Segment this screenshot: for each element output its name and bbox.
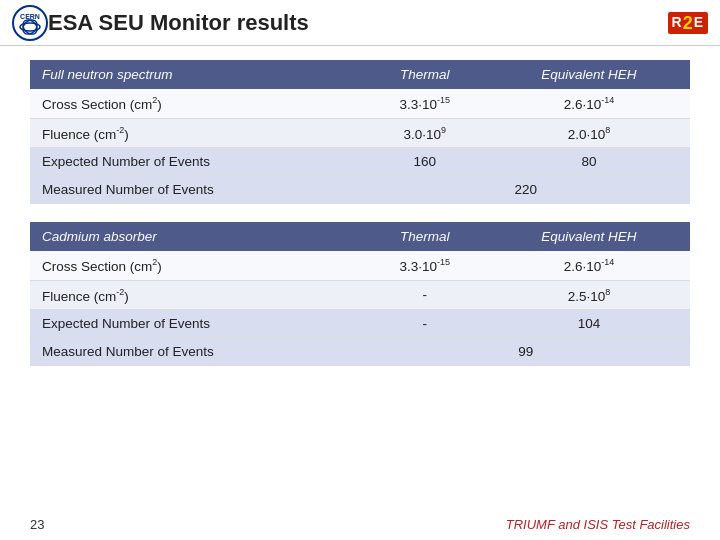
table-row: Cross Section (cm2) 3.3·10-15 2.6·10-14: [30, 89, 690, 118]
row3-col2: 104: [488, 310, 690, 338]
page-title: ESA SEU Monitor results: [48, 10, 668, 36]
row4-value: 99: [362, 338, 690, 366]
row1-col2: 2.6·10-14: [488, 251, 690, 280]
row1-col1: 3.3·10-15: [362, 251, 488, 280]
table-row: Fluence (cm-2) 3.0·109 2.0·108: [30, 118, 690, 148]
footer: 23 TRIUMF and ISIS Test Facilities: [0, 517, 720, 532]
header: CERN ESA SEU Monitor results R2E: [0, 0, 720, 46]
row1-col1: 3.3·10-15: [362, 89, 488, 118]
cern-logo: CERN: [12, 5, 48, 41]
footer-label: TRIUMF and ISIS Test Facilities: [506, 517, 690, 532]
row1-label: Cross Section (cm2): [30, 89, 362, 118]
table1-col1-header: Full neutron spectrum: [30, 60, 362, 89]
main-content: Full neutron spectrum Thermal Equivalent…: [0, 46, 720, 394]
row4-label: Measured Number of Events: [30, 176, 362, 204]
svg-point-4: [20, 17, 40, 37]
table2-col3-header: Equivalent HEH: [488, 222, 690, 251]
row3-label: Expected Number of Events: [30, 310, 362, 338]
row3-label: Expected Number of Events: [30, 148, 362, 176]
table-row: Expected Number of Events 160 80: [30, 148, 690, 176]
full-neutron-table: Full neutron spectrum Thermal Equivalent…: [30, 60, 690, 204]
table1: Full neutron spectrum Thermal Equivalent…: [30, 60, 690, 204]
table-row: Measured Number of Events 220: [30, 176, 690, 204]
svg-text:CERN: CERN: [20, 13, 40, 20]
row4-label: Measured Number of Events: [30, 338, 362, 366]
table1-col3-header: Equivalent HEH: [488, 60, 690, 89]
row3-col1: 160: [362, 148, 488, 176]
cadmium-table: Cadmium absorber Thermal Equivalent HEH …: [30, 222, 690, 366]
table-row: Measured Number of Events 99: [30, 338, 690, 366]
table-row: Expected Number of Events - 104: [30, 310, 690, 338]
row3-col2: 80: [488, 148, 690, 176]
row2-label: Fluence (cm-2): [30, 118, 362, 148]
table-row: Fluence (cm-2) - 2.5·108: [30, 280, 690, 310]
table-row: Cross Section (cm2) 3.3·10-15 2.6·10-14: [30, 251, 690, 280]
row4-value: 220: [362, 176, 690, 204]
row2-col1: -: [362, 280, 488, 310]
row1-col2: 2.6·10-14: [488, 89, 690, 118]
row2-col1: 3.0·109: [362, 118, 488, 148]
table1-col2-header: Thermal: [362, 60, 488, 89]
page-number: 23: [30, 517, 44, 532]
row3-col1: -: [362, 310, 488, 338]
row1-label: Cross Section (cm2): [30, 251, 362, 280]
row2-label: Fluence (cm-2): [30, 280, 362, 310]
table2-col1-header: Cadmium absorber: [30, 222, 362, 251]
table2: Cadmium absorber Thermal Equivalent HEH …: [30, 222, 690, 366]
row2-col2: 2.0·108: [488, 118, 690, 148]
table2-col2-header: Thermal: [362, 222, 488, 251]
row2-col2: 2.5·108: [488, 280, 690, 310]
r2e-logo: R2E: [668, 12, 708, 34]
